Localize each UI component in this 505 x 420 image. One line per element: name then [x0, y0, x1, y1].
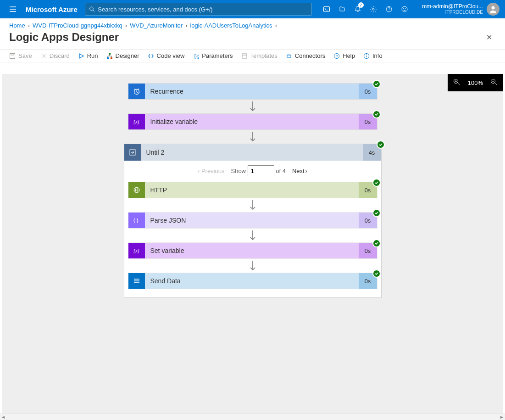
- search-input[interactable]: [98, 6, 308, 13]
- initialize-variable-node[interactable]: {x} Initialize variable 0s: [128, 113, 377, 130]
- variable-icon: {x}: [128, 114, 145, 129]
- parameters-button[interactable]: [@]Parameters: [193, 52, 233, 59]
- next-button[interactable]: Next ›: [292, 168, 307, 174]
- globe-icon: [128, 182, 145, 198]
- header-actions: 7: [319, 0, 412, 18]
- directories-icon[interactable]: [335, 0, 350, 18]
- clock-icon: [128, 84, 145, 99]
- http-node[interactable]: HTTP 0s: [128, 182, 377, 198]
- notifications-icon[interactable]: 7: [350, 0, 365, 18]
- svg-line-30: [495, 83, 497, 85]
- check-icon: [372, 209, 381, 217]
- top-header: Microsoft Azure 7 mm-admin@ITProClou... …: [0, 0, 505, 18]
- svg-line-1: [93, 10, 94, 11]
- toolbar: Save Discard Run Designer Code view [@]P…: [0, 49, 505, 62]
- svg-rect-11: [109, 53, 111, 55]
- node-label: Set variable: [145, 243, 359, 258]
- svg-point-0: [89, 7, 93, 11]
- node-label: Until 2: [141, 144, 363, 161]
- node-label: Parse JSON: [145, 213, 359, 228]
- arrow-down-icon: [249, 198, 256, 212]
- set-variable-node[interactable]: {x} Set variable 0s: [128, 242, 377, 259]
- list-icon: [128, 273, 145, 289]
- horizontal-scrollbar[interactable]: ◄ ►: [0, 414, 505, 420]
- check-icon: [372, 80, 381, 88]
- braces-icon: { }: [128, 213, 145, 228]
- check-icon: [372, 110, 381, 118]
- run-button[interactable]: Run: [78, 52, 98, 59]
- zoom-in-icon[interactable]: [453, 78, 461, 87]
- global-search[interactable]: [85, 3, 312, 16]
- breadcrumb: Home› WVD-ITProCloud-ggnpg44xbkxkq› WVD_…: [0, 18, 505, 31]
- breadcrumb-item[interactable]: logic-AADUsersToLogAnalytics: [190, 22, 272, 29]
- chevron-right-icon: ›: [28, 22, 30, 29]
- chevron-right-icon: ›: [275, 22, 277, 29]
- loop-icon: [124, 144, 141, 161]
- chevron-right-icon: ›: [125, 22, 127, 29]
- arrow-down-icon: [249, 229, 256, 242]
- close-icon[interactable]: ✕: [483, 31, 496, 44]
- info-button[interactable]: Info: [363, 52, 383, 59]
- breadcrumb-home[interactable]: Home: [9, 22, 25, 29]
- previous-button[interactable]: ‹ Previous: [198, 168, 225, 174]
- svg-rect-2: [323, 7, 329, 12]
- zoom-level: 100%: [468, 79, 483, 86]
- check-icon: [372, 269, 381, 278]
- cloud-shell-icon[interactable]: [319, 0, 334, 18]
- until-container: Until 2 4s ‹ Previous Show of 4 Next › H…: [124, 144, 382, 298]
- page-input[interactable]: [248, 165, 274, 176]
- node-label: Send Data: [145, 273, 359, 289]
- brand-label[interactable]: Microsoft Azure: [26, 6, 78, 13]
- connectors-button[interactable]: Connectors: [286, 52, 325, 59]
- svg-rect-10: [11, 53, 13, 55]
- user-area[interactable]: mm-admin@ITProClou... ITPROCLOUD.DE: [422, 3, 501, 16]
- zoom-out-icon[interactable]: [490, 78, 498, 87]
- until-node[interactable]: Until 2 4s: [124, 144, 381, 161]
- svg-point-7: [405, 8, 406, 9]
- settings-icon[interactable]: [366, 0, 381, 18]
- svg-point-3: [372, 8, 374, 10]
- arrow-down-icon: [249, 130, 256, 144]
- menu-icon[interactable]: [4, 6, 22, 13]
- svg-point-5: [402, 6, 407, 12]
- search-icon: [89, 6, 95, 12]
- code-view-button[interactable]: Code view: [148, 52, 185, 59]
- check-icon: [377, 140, 385, 149]
- help-icon[interactable]: [382, 0, 396, 18]
- until-pager: ‹ Previous Show of 4 Next ›: [124, 161, 381, 182]
- designer-button[interactable]: Designer: [106, 52, 139, 59]
- until-body: HTTP 0s { } Parse JSON 0s {x} Set variab…: [124, 182, 381, 297]
- feedback-icon[interactable]: [397, 0, 412, 18]
- parse-json-node[interactable]: { } Parse JSON 0s: [128, 212, 377, 229]
- breadcrumb-item[interactable]: WVD_AzureMonitor: [130, 22, 183, 29]
- scroll-left-icon[interactable]: ◄: [1, 414, 6, 420]
- templates-button[interactable]: Templates: [241, 52, 277, 59]
- arrow-down-icon: [249, 100, 256, 113]
- page-total: of 4: [276, 168, 286, 174]
- avatar[interactable]: [487, 3, 499, 16]
- svg-point-24: [366, 54, 366, 55]
- send-data-node[interactable]: Send Data 0s: [128, 273, 377, 289]
- svg-point-8: [492, 6, 495, 10]
- svg-rect-12: [107, 57, 109, 59]
- arrow-down-icon: [249, 259, 256, 273]
- user-domain: ITPROCLOUD.DE: [422, 10, 483, 15]
- recurrence-node[interactable]: Recurrence 0s: [128, 83, 377, 100]
- check-icon: [372, 239, 381, 247]
- discard-button[interactable]: Discard: [40, 52, 70, 59]
- workflow: Recurrence 0s {x} Initialize variable 0s…: [2, 74, 503, 298]
- svg-rect-15: [242, 54, 247, 58]
- designer-canvas[interactable]: 100% Recurrence 0s {x} Initialize variab…: [2, 74, 503, 414]
- breadcrumb-item[interactable]: WVD-ITProCloud-ggnpg44xbkxkq: [33, 22, 122, 29]
- svg-point-6: [403, 8, 404, 9]
- save-button[interactable]: Save: [9, 52, 32, 59]
- zoom-controls: 100%: [448, 74, 503, 91]
- show-label: Show: [231, 168, 246, 174]
- node-label: HTTP: [145, 182, 359, 198]
- svg-text:?: ?: [336, 54, 338, 58]
- notification-badge: 7: [358, 2, 364, 8]
- check-icon: [372, 179, 381, 187]
- help-button[interactable]: ?Help: [333, 52, 355, 59]
- page-title: Logic Apps Designer: [9, 31, 119, 44]
- scroll-right-icon[interactable]: ►: [499, 414, 504, 420]
